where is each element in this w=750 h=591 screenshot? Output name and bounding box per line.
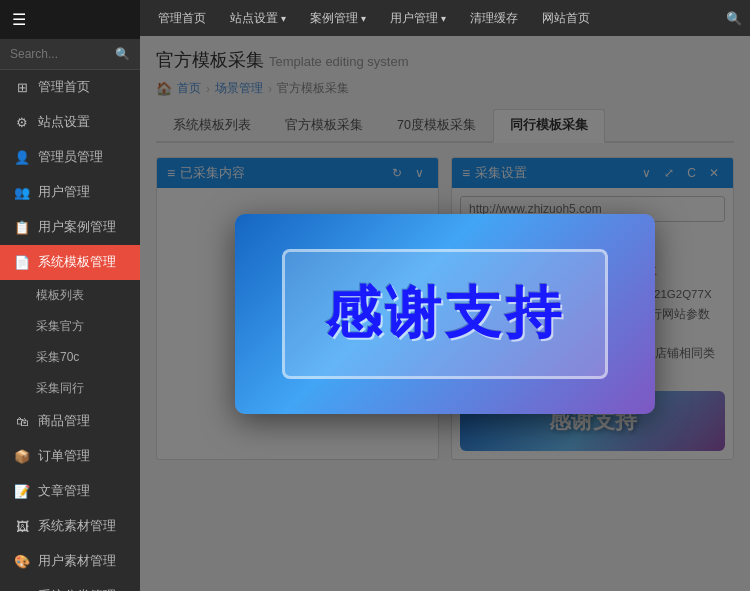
topnav-label: 清理缓存 (470, 10, 518, 27)
elements-icon: 🎨 (14, 554, 30, 569)
topnav-user-manage[interactable]: 用户管理 ▾ (380, 6, 456, 31)
chevron-down-icon: ▾ (441, 13, 446, 24)
topnav-site-home[interactable]: 网站首页 (532, 6, 600, 31)
search-input[interactable] (10, 47, 110, 61)
modal-overlay[interactable]: 感谢支持 (140, 36, 750, 591)
sidebar-item-order[interactable]: 📦 订单管理 (0, 439, 140, 474)
sidebar-nav: ⊞ 管理首页 ⚙ 站点设置 👤 管理员管理 👥 用户管理 📋 用户案例管理 📄 … (0, 70, 140, 591)
sidebar-item-label: 用户素材管理 (38, 553, 116, 570)
template-icon: 📄 (14, 255, 30, 270)
sidebar-item-label: 订单管理 (38, 448, 90, 465)
assets-icon: 🖼 (14, 519, 30, 534)
topnav-admin-home[interactable]: 管理首页 (148, 6, 216, 31)
sidebar-item-sys-assets[interactable]: 🖼 系统素材管理 (0, 509, 140, 544)
sidebar-item-sys-category[interactable]: 🗂 系统分类管理 (0, 579, 140, 591)
sidebar: ☰ 🔍 ⊞ 管理首页 ⚙ 站点设置 👤 管理员管理 👥 用户管理 📋 用户案例管… (0, 0, 140, 591)
settings-icon: ⚙ (14, 115, 30, 130)
sidebar-subitem-collect-peer[interactable]: 采集同行 (0, 373, 140, 404)
sidebar-item-user-management[interactable]: 👥 用户管理 (0, 175, 140, 210)
content-wrapper: 官方模板采集 Template editing system 🏠 首页 › 场景… (140, 36, 750, 591)
sidebar-item-label: 商品管理 (38, 413, 90, 430)
dashboard-icon: ⊞ (14, 80, 30, 95)
modal-dialog: 感谢支持 (235, 214, 655, 414)
sidebar-item-label: 系统素材管理 (38, 518, 116, 535)
subitem-label: 模板列表 (36, 287, 84, 304)
topnav-label: 站点设置 (230, 10, 278, 27)
topnav-site-settings[interactable]: 站点设置 ▾ (220, 6, 296, 31)
sidebar-item-label: 站点设置 (38, 114, 90, 131)
topnav-search-icon[interactable]: 🔍 (726, 11, 742, 26)
order-icon: 📦 (14, 449, 30, 464)
users-icon: 👥 (14, 185, 30, 200)
sidebar-item-site-settings[interactable]: ⚙ 站点设置 (0, 105, 140, 140)
sidebar-item-system-template[interactable]: 📄 系统模板管理 (0, 245, 140, 280)
sidebar-item-label: 用户管理 (38, 184, 90, 201)
topnav-label: 管理首页 (158, 10, 206, 27)
hamburger-icon[interactable]: ☰ (12, 10, 26, 29)
topnav-label: 网站首页 (542, 10, 590, 27)
subitem-label: 采集70c (36, 349, 79, 366)
main-area: 管理首页 站点设置 ▾ 案例管理 ▾ 用户管理 ▾ 清理缓存 网站首页 🔍 官方… (140, 0, 750, 591)
sidebar-item-user-cases[interactable]: 📋 用户案例管理 (0, 210, 140, 245)
sidebar-search-container: 🔍 (0, 39, 140, 70)
sidebar-item-label: 管理首页 (38, 79, 90, 96)
sidebar-item-goods[interactable]: 🛍 商品管理 (0, 404, 140, 439)
subitem-label: 采集同行 (36, 380, 84, 397)
sidebar-item-label: 系统模板管理 (38, 254, 116, 271)
sidebar-subitem-collect-official[interactable]: 采集官方 (0, 311, 140, 342)
topnav-label: 案例管理 (310, 10, 358, 27)
sidebar-item-dashboard[interactable]: ⊞ 管理首页 (0, 70, 140, 105)
sidebar-subitem-template-list[interactable]: 模板列表 (0, 280, 140, 311)
sidebar-item-label: 文章管理 (38, 483, 90, 500)
chevron-down-icon: ▾ (361, 13, 366, 24)
topnav-label: 用户管理 (390, 10, 438, 27)
sidebar-item-user-elements[interactable]: 🎨 用户素材管理 (0, 544, 140, 579)
topnav-case-manage[interactable]: 案例管理 ▾ (300, 6, 376, 31)
chevron-down-icon: ▾ (281, 13, 286, 24)
top-navbar: 管理首页 站点设置 ▾ 案例管理 ▾ 用户管理 ▾ 清理缓存 网站首页 🔍 (140, 0, 750, 36)
sidebar-item-label: 管理员管理 (38, 149, 103, 166)
sidebar-item-article[interactable]: 📝 文章管理 (0, 474, 140, 509)
cases-icon: 📋 (14, 220, 30, 235)
sidebar-subitem-collect-70c[interactable]: 采集70c (0, 342, 140, 373)
modal-title-text: 感谢支持 (325, 276, 565, 352)
search-icon[interactable]: 🔍 (115, 47, 130, 61)
member-icon: 👤 (14, 150, 30, 165)
goods-icon: 🛍 (14, 414, 30, 429)
topnav-clear-cache[interactable]: 清理缓存 (460, 6, 528, 31)
article-icon: 📝 (14, 484, 30, 499)
sidebar-header: ☰ (0, 0, 140, 39)
subitem-label: 采集官方 (36, 318, 84, 335)
sidebar-item-label: 用户案例管理 (38, 219, 116, 236)
sidebar-item-member-management[interactable]: 👤 管理员管理 (0, 140, 140, 175)
modal-inner: 感谢支持 (282, 249, 608, 379)
